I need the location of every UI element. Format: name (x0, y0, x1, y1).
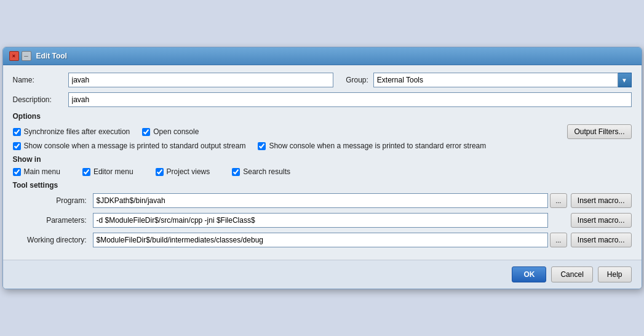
description-input[interactable] (68, 92, 632, 107)
parameters-label: Parameters: (13, 216, 93, 225)
working-directory-input[interactable] (93, 233, 548, 247)
editor-menu-checkbox[interactable] (82, 168, 90, 176)
close-button[interactable]: × (9, 51, 19, 61)
working-directory-label: Working directory: (13, 236, 93, 244)
working-directory-browse-button[interactable]: ... (550, 233, 567, 247)
search-results-label: Search results (243, 167, 290, 176)
title-bar-buttons: × ─ (9, 51, 31, 61)
sync-files-label: Synchronize files after execution (24, 127, 130, 136)
sync-files-group: Synchronize files after execution (13, 127, 130, 136)
group-label: Group: (346, 76, 368, 84)
group-dropdown-button[interactable]: ▼ (618, 73, 632, 87)
tool-settings-section: Program: ... Insert macro... Parameters:… (13, 193, 632, 247)
description-label: Description: (13, 95, 68, 104)
parameters-row: Parameters: Insert macro... (13, 213, 632, 228)
show-in-section-label: Show in (13, 155, 632, 164)
show-in-row: Main menu Editor menu Project views Sear… (13, 167, 632, 176)
search-results-checkbox[interactable] (232, 168, 240, 176)
program-row: Program: ... Insert macro... (13, 193, 632, 208)
show-console-error-group: Show console when a message is printed t… (258, 142, 486, 150)
project-views-label: Project views (167, 167, 210, 176)
name-row: Name: Group: ▼ (13, 73, 632, 87)
output-filters-button[interactable]: Output Filters... (567, 124, 631, 139)
tool-settings-label: Tool settings (13, 181, 632, 190)
search-results-group: Search results (232, 167, 290, 176)
working-directory-insert-macro-button[interactable]: Insert macro... (571, 233, 632, 247)
parameters-insert-macro-button[interactable]: Insert macro... (571, 213, 632, 228)
group-wrapper: ▼ (373, 73, 632, 87)
editor-menu-group: Editor menu (82, 167, 133, 176)
cancel-button[interactable]: Cancel (551, 266, 592, 282)
help-button[interactable]: Help (598, 266, 632, 282)
dialog-content: Name: Group: ▼ Description: Options Sync… (3, 65, 642, 260)
title-bar: × ─ Edit Tool (3, 47, 642, 65)
program-browse-button[interactable]: ... (550, 193, 567, 208)
name-label: Name: (13, 76, 68, 84)
minimize-icon: ─ (24, 53, 28, 59)
group-input[interactable] (373, 73, 618, 87)
show-console-output-group: Show console when a message is printed t… (13, 142, 246, 150)
options-row-1: Synchronize files after execution Open c… (13, 124, 632, 139)
open-console-group: Open console (142, 127, 199, 136)
name-input[interactable] (68, 73, 334, 87)
sync-files-checkbox[interactable] (13, 128, 21, 136)
working-directory-row: Working directory: ... Insert macro... (13, 233, 632, 247)
options-row-2: Show console when a message is printed t… (13, 142, 632, 150)
open-console-checkbox[interactable] (142, 128, 150, 136)
ok-button[interactable]: OK (512, 266, 546, 282)
main-menu-group: Main menu (13, 167, 60, 176)
project-views-checkbox[interactable] (156, 168, 164, 176)
parameters-input[interactable] (93, 213, 548, 228)
main-menu-label: Main menu (24, 167, 60, 176)
show-console-error-checkbox[interactable] (258, 142, 266, 150)
editor-menu-label: Editor menu (93, 167, 133, 176)
minimize-button[interactable]: ─ (22, 51, 31, 61)
bottom-bar: OK Cancel Help (3, 260, 642, 289)
close-icon: × (12, 53, 15, 59)
show-console-output-checkbox[interactable] (13, 142, 21, 150)
program-insert-macro-button[interactable]: Insert macro... (571, 193, 632, 208)
show-console-error-label: Show console when a message is printed t… (269, 142, 486, 150)
program-label: Program: (13, 196, 93, 205)
open-console-label: Open console (153, 127, 199, 136)
dialog-title: Edit Tool (36, 52, 67, 60)
program-input[interactable] (93, 193, 548, 208)
show-console-output-label: Show console when a message is printed t… (24, 142, 246, 150)
options-section: Synchronize files after execution Open c… (13, 124, 632, 150)
description-row: Description: (13, 92, 632, 107)
main-menu-checkbox[interactable] (13, 168, 21, 176)
edit-tool-dialog: × ─ Edit Tool Name: Group: ▼ Description… (2, 47, 642, 289)
project-views-group: Project views (156, 167, 210, 176)
options-section-label: Options (13, 112, 632, 121)
